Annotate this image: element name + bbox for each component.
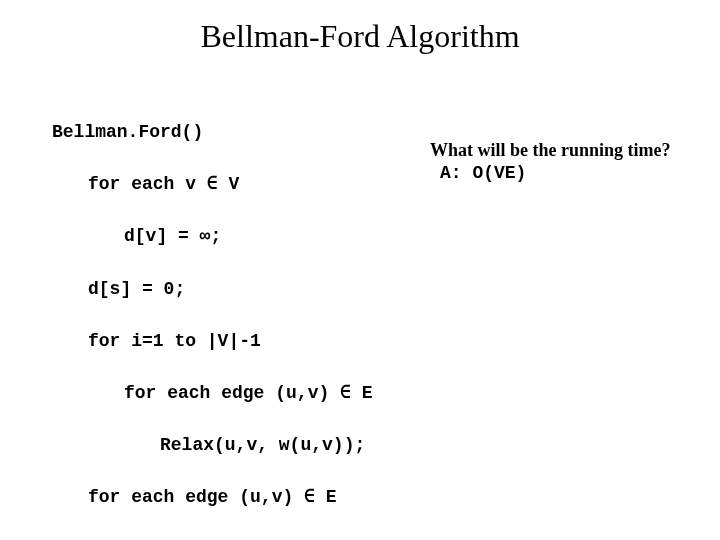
slide-content: Bellman.Ford() for each v ∈ V d[v] = ∞; …	[0, 65, 720, 540]
question-box: What will be the running time? A: O(VE)	[430, 140, 671, 183]
code-line: if (d[v] > d[u] + w(u,v))	[52, 537, 720, 540]
slide-title: Bellman-Ford Algorithm	[0, 0, 720, 65]
code-line: d[v] = ∞;	[52, 223, 720, 249]
question-text: What will be the running time?	[430, 140, 671, 161]
code-line: for each edge (u,v) ∈ E	[52, 380, 720, 406]
code-line: d[s] = 0;	[52, 276, 720, 302]
answer-text: A: O(VE)	[430, 163, 671, 183]
code-line: for i=1 to |V|-1	[52, 328, 720, 354]
slide: Bellman-Ford Algorithm Bellman.Ford() fo…	[0, 0, 720, 540]
code-line: Relax(u,v, w(u,v));	[52, 432, 720, 458]
code-line: for each edge (u,v) ∈ E	[52, 484, 720, 510]
